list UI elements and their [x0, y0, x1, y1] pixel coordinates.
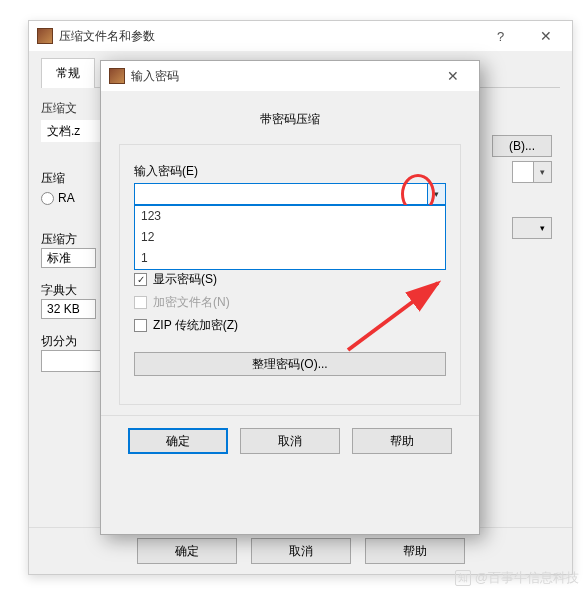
front-close-button[interactable]: ✕ — [430, 62, 475, 90]
password-option[interactable]: 123 — [135, 206, 445, 227]
archive-name-field[interactable]: 文档.z — [41, 120, 101, 142]
tab-general[interactable]: 常规 — [41, 58, 95, 88]
method-value[interactable]: 标准 — [41, 248, 96, 268]
checkbox-icon — [134, 273, 147, 286]
encrypt-names-row: 加密文件名(N) — [134, 294, 446, 311]
dict-label: 字典大 — [41, 283, 77, 297]
password-option[interactable]: 1 — [135, 248, 445, 269]
front-title: 输入密码 — [131, 68, 430, 85]
password-label: 输入密码(E) — [134, 163, 446, 180]
front-footer: 确定 取消 帮助 — [101, 415, 479, 466]
help-button[interactable]: ? — [478, 22, 523, 50]
organize-passwords-button[interactable]: 整理密码(O)... — [134, 352, 446, 376]
main-help-button[interactable]: 帮助 — [365, 538, 465, 564]
main-cancel-button[interactable]: 取消 — [251, 538, 351, 564]
password-input[interactable] — [135, 184, 427, 204]
password-dropdown-list: 123 12 1 — [134, 205, 446, 270]
radio-rar[interactable]: RA — [41, 191, 101, 205]
checkbox-icon — [134, 319, 147, 332]
zhihu-icon: 知 — [455, 570, 471, 586]
password-option[interactable]: 12 — [135, 227, 445, 248]
chevron-down-icon[interactable]: ▾ — [427, 184, 445, 204]
app-icon — [37, 28, 53, 44]
main-titlebar: 压缩文件名和参数 ? ✕ — [29, 21, 572, 51]
front-help-button[interactable]: 帮助 — [352, 428, 452, 454]
watermark: 知 @百事牛信息科技 — [455, 569, 579, 587]
app-icon — [109, 68, 125, 84]
show-password-row[interactable]: 显示密码(S) — [134, 271, 446, 288]
checkbox-icon — [134, 296, 147, 309]
method-label: 压缩方 — [41, 232, 77, 246]
zip-legacy-row[interactable]: ZIP 传统加密(Z) — [134, 317, 446, 334]
front-ok-button[interactable]: 确定 — [128, 428, 228, 454]
main-ok-button[interactable]: 确定 — [137, 538, 237, 564]
password-dialog: 输入密码 ✕ 带密码压缩 输入密码(E) ▾ 123 12 1 显示密码( — [100, 60, 480, 535]
browse-button[interactable]: (B)... — [492, 135, 552, 157]
chevron-down-icon: ▾ — [540, 223, 545, 233]
radio-icon — [41, 192, 54, 205]
chevron-down-icon: ▾ — [533, 162, 551, 182]
format-label: 压缩 — [41, 170, 101, 187]
front-cancel-button[interactable]: 取消 — [240, 428, 340, 454]
front-titlebar: 输入密码 ✕ — [101, 61, 479, 91]
password-combo[interactable]: ▾ 123 12 1 — [134, 183, 446, 205]
split-label: 切分为 — [41, 334, 77, 348]
front-body: 带密码压缩 输入密码(E) ▾ 123 12 1 显示密码(S) — [101, 91, 479, 415]
dict-value[interactable]: 32 KB — [41, 299, 96, 319]
split-input[interactable] — [41, 350, 101, 372]
close-button[interactable]: ✕ — [523, 22, 568, 50]
main-title: 压缩文件名和参数 — [59, 28, 478, 45]
archive-ext-dropdown[interactable]: ▾ — [512, 161, 552, 183]
profile-dropdown[interactable]: ▾ — [512, 217, 552, 239]
inner-title: 带密码压缩 — [119, 103, 461, 144]
